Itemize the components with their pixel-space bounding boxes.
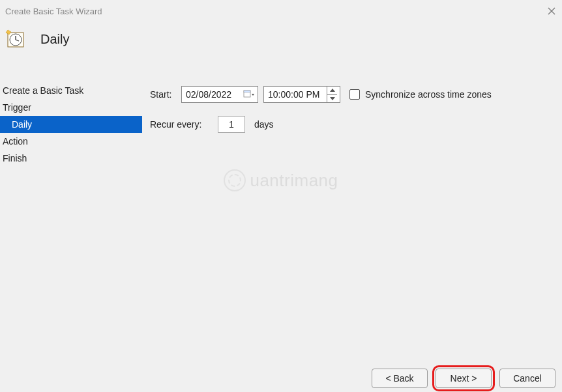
recur-every-input[interactable]: 1 (218, 116, 245, 133)
back-button[interactable]: < Back (372, 369, 428, 388)
step-trigger[interactable]: Trigger (0, 99, 142, 116)
spinner-up-icon[interactable] (327, 87, 337, 95)
page-title: Daily (40, 32, 69, 47)
svg-rect-8 (244, 91, 250, 92)
time-spinner[interactable] (327, 87, 337, 102)
window-title: Create Basic Task Wizard (4, 7, 102, 16)
cancel-button[interactable]: Cancel (499, 369, 555, 388)
start-time-input[interactable]: 10:00:00 PM (263, 86, 340, 103)
main-panel: Start: 02/08/2022 10:00:00 PM (142, 55, 562, 335)
start-label: Start: (150, 89, 176, 100)
button-bar: < Back Next > Cancel (372, 369, 555, 388)
content-area: Create a Basic Task Trigger Daily Action… (0, 55, 562, 335)
recur-row: Recur every: 1 days (150, 116, 562, 133)
svg-marker-10 (330, 89, 335, 92)
svg-marker-9 (252, 94, 254, 96)
spinner-down-icon[interactable] (327, 95, 337, 103)
close-icon[interactable] (548, 7, 555, 15)
titlebar: Create Basic Task Wizard (0, 0, 562, 22)
calendar-dropdown-icon[interactable] (243, 89, 255, 100)
clock-icon (5, 29, 26, 49)
svg-marker-11 (330, 97, 335, 100)
recur-suffix: days (254, 119, 274, 130)
wizard-steps: Create a Basic Task Trigger Daily Action… (0, 55, 142, 335)
start-date-input[interactable]: 02/08/2022 (181, 86, 258, 103)
step-daily[interactable]: Daily (0, 116, 142, 133)
sync-timezones-checkbox[interactable] (349, 89, 360, 100)
next-button[interactable]: Next > (436, 369, 492, 388)
wizard-header: Daily (0, 22, 562, 55)
sync-timezones-label: Synchronize across time zones (365, 89, 492, 100)
start-time-value: 10:00:00 PM (268, 89, 319, 100)
step-create-basic-task[interactable]: Create a Basic Task (0, 82, 142, 99)
recur-label: Recur every: (150, 119, 209, 130)
start-date-value: 02/08/2022 (186, 89, 231, 100)
start-row: Start: 02/08/2022 10:00:00 PM (150, 86, 562, 103)
step-finish[interactable]: Finish (0, 150, 142, 167)
step-action[interactable]: Action (0, 133, 142, 150)
